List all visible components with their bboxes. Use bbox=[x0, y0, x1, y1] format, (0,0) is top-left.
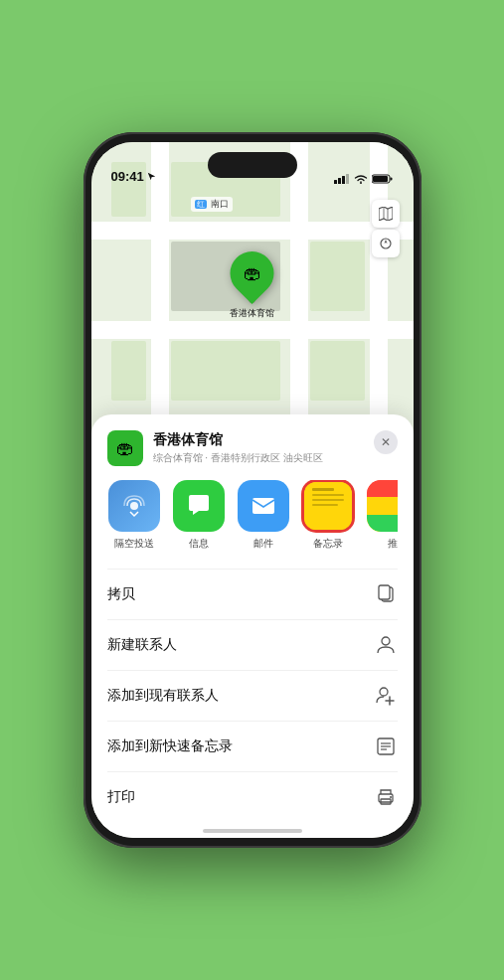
svg-rect-2 bbox=[342, 176, 345, 184]
location-button[interactable] bbox=[372, 230, 400, 257]
mail-label: 邮件 bbox=[253, 537, 273, 551]
map-road bbox=[91, 222, 414, 240]
action-quick-note[interactable]: 添加到新快速备忘录 bbox=[107, 722, 398, 772]
more-icon bbox=[367, 480, 398, 532]
svg-rect-14 bbox=[379, 585, 390, 599]
svg-rect-6 bbox=[390, 178, 392, 181]
map-block bbox=[310, 341, 365, 401]
share-item-notes[interactable]: 备忘录 bbox=[301, 480, 356, 551]
action-add-existing[interactable]: 添加到现有联系人 bbox=[107, 671, 398, 722]
phone-screen: 09:41 bbox=[91, 142, 414, 838]
venue-name: 香港体育馆 bbox=[153, 431, 398, 449]
signal-icon bbox=[334, 174, 350, 184]
print-icon bbox=[374, 785, 398, 809]
phone-frame: 09:41 bbox=[84, 132, 421, 848]
more-label: 推 bbox=[388, 537, 398, 551]
venue-subtitle: 综合体育馆 · 香港特别行政区 油尖旺区 bbox=[153, 451, 398, 465]
share-item-mail[interactable]: 邮件 bbox=[237, 480, 291, 551]
svg-point-11 bbox=[130, 502, 138, 510]
share-item-more[interactable]: 推 bbox=[366, 480, 398, 551]
new-contact-label: 新建联系人 bbox=[107, 636, 177, 654]
mail-icon bbox=[238, 480, 289, 532]
svg-rect-5 bbox=[373, 176, 388, 182]
battery-icon bbox=[372, 174, 394, 184]
venue-header: 🏟 香港体育馆 综合体育馆 · 香港特别行政区 油尖旺区 ✕ bbox=[107, 430, 398, 466]
venue-icon: 🏟 bbox=[107, 430, 143, 466]
pin-circle: 🏟 bbox=[221, 243, 282, 304]
action-list: 拷贝 新建联系人 bbox=[107, 569, 398, 822]
close-button[interactable]: ✕ bbox=[374, 430, 398, 454]
share-item-messages[interactable]: 信息 bbox=[172, 480, 227, 551]
mail-symbol bbox=[251, 493, 276, 519]
pin-icon: 🏟 bbox=[244, 263, 261, 284]
messages-symbol bbox=[186, 493, 212, 519]
map-block bbox=[171, 341, 280, 401]
copy-label: 拷贝 bbox=[107, 585, 135, 603]
airdrop-icon bbox=[108, 480, 160, 532]
map-station-label: 红 南口 bbox=[191, 197, 234, 212]
map-block bbox=[310, 242, 365, 311]
airdrop-symbol bbox=[121, 493, 147, 519]
messages-icon bbox=[173, 480, 225, 532]
note-icon bbox=[374, 735, 398, 758]
airdrop-label: 隔空投送 bbox=[114, 537, 154, 551]
status-icons bbox=[334, 174, 394, 184]
map-road bbox=[91, 321, 414, 339]
svg-rect-0 bbox=[334, 180, 337, 184]
action-copy[interactable]: 拷贝 bbox=[107, 570, 398, 620]
notes-icon bbox=[302, 480, 354, 532]
location-pin: 🏟 香港体育馆 bbox=[230, 251, 274, 320]
status-time: 09:41 bbox=[111, 169, 144, 184]
add-existing-label: 添加到现有联系人 bbox=[107, 687, 219, 705]
svg-point-25 bbox=[390, 796, 392, 798]
dynamic-island bbox=[208, 152, 297, 178]
person-icon bbox=[374, 633, 398, 657]
svg-rect-12 bbox=[252, 498, 274, 514]
svg-point-15 bbox=[382, 637, 390, 645]
location-arrow-icon bbox=[147, 172, 156, 181]
quick-note-label: 添加到新快速备忘录 bbox=[107, 737, 233, 755]
share-row: 隔空投送 信息 bbox=[107, 480, 398, 553]
home-indicator bbox=[203, 829, 302, 833]
pin-label: 香港体育馆 bbox=[230, 307, 274, 320]
map-icon bbox=[379, 207, 393, 221]
share-item-airdrop[interactable]: 隔空投送 bbox=[107, 480, 162, 551]
map-view-toggle[interactable] bbox=[372, 200, 400, 228]
compass-icon bbox=[380, 238, 392, 249]
venue-info: 香港体育馆 综合体育馆 · 香港特别行政区 油尖旺区 bbox=[153, 431, 398, 465]
action-print[interactable]: 打印 bbox=[107, 772, 398, 822]
print-label: 打印 bbox=[107, 788, 135, 806]
bottom-sheet: 🏟 香港体育馆 综合体育馆 · 香港特别行政区 油尖旺区 ✕ bbox=[91, 414, 414, 838]
map-controls bbox=[372, 200, 400, 257]
notes-label: 备忘录 bbox=[313, 537, 343, 551]
svg-rect-3 bbox=[346, 174, 349, 184]
wifi-icon bbox=[354, 174, 368, 184]
messages-label: 信息 bbox=[189, 537, 209, 551]
svg-marker-7 bbox=[379, 207, 393, 221]
svg-rect-1 bbox=[338, 178, 341, 184]
map-block bbox=[111, 341, 146, 401]
person-add-icon bbox=[374, 684, 398, 708]
svg-point-16 bbox=[380, 688, 388, 696]
copy-icon bbox=[374, 582, 398, 606]
action-new-contact[interactable]: 新建联系人 bbox=[107, 620, 398, 671]
